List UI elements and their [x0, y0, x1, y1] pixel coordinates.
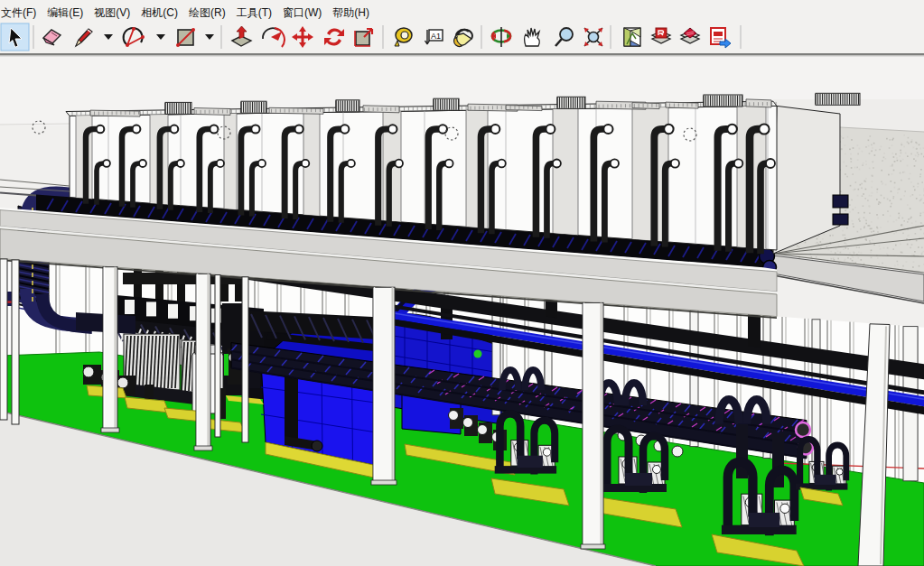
svg-text:A1: A1 — [431, 32, 441, 41]
